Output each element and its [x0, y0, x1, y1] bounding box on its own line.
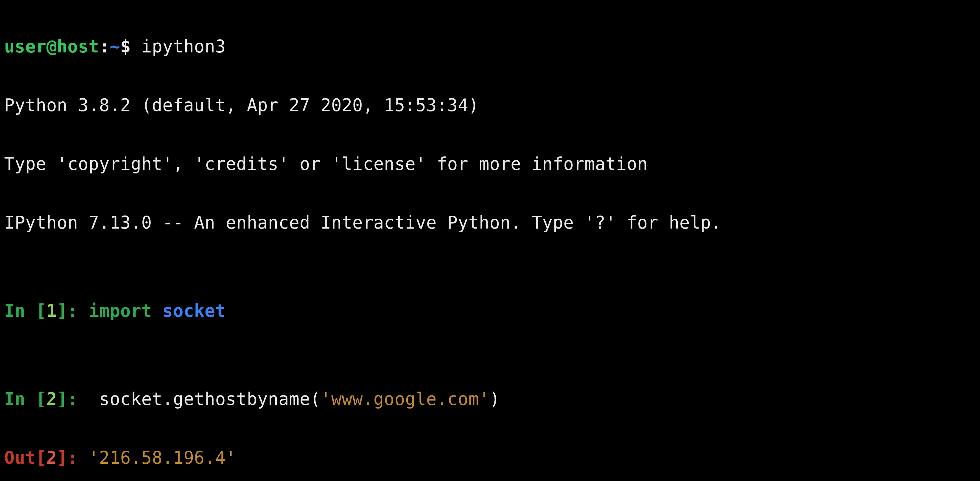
ipython-in-1: In [1]: import socket	[4, 296, 976, 326]
space-pad	[89, 389, 99, 409]
in-label: In [	[4, 301, 46, 321]
ipython-in-2: In [2]: socket.gethostbyname('www.google…	[4, 384, 976, 414]
in-number: 1	[46, 301, 57, 321]
in-number-2: 2	[46, 389, 57, 409]
space	[152, 301, 162, 321]
prompt-dollar: $	[120, 37, 142, 57]
call-suffix: )	[489, 389, 500, 409]
prompt-colon: :	[99, 37, 110, 57]
terminal[interactable]: user@host:~$ ipython3 Python 3.8.2 (defa…	[0, 0, 980, 481]
call-prefix: socket.gethostbyname(	[99, 389, 321, 409]
in-close-2: ]:	[57, 389, 89, 409]
out-label: Out[	[4, 448, 46, 468]
prompt-user: user@host	[4, 37, 99, 57]
command-ipython3: ipython3	[141, 37, 226, 57]
out-number: 2	[46, 448, 57, 468]
python-type-line: Type 'copyright', 'credits' or 'license'…	[4, 149, 976, 179]
in-label-2: In [	[4, 389, 46, 409]
out-close: ]:	[57, 448, 89, 468]
keyword-import: import	[89, 301, 152, 321]
out-value: '216.58.196.4'	[89, 448, 236, 468]
python-version-line: Python 3.8.2 (default, Apr 27 2020, 15:5…	[4, 91, 976, 120]
ipython-banner-line: IPython 7.13.0 -- An enhanced Interactiv…	[4, 208, 976, 237]
module-socket: socket	[162, 301, 226, 321]
prompt-path: ~	[110, 37, 120, 57]
ipython-out-2: Out[2]: '216.58.196.4'	[4, 443, 976, 473]
in-close: ]:	[57, 301, 89, 321]
line-prompt-1: user@host:~$ ipython3	[4, 32, 976, 61]
string-literal: 'www.google.com'	[321, 389, 490, 409]
